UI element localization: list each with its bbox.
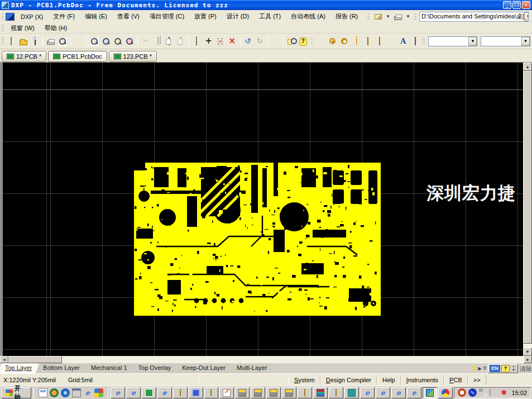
vertical-scrollbar[interactable]: ▲ ▼ [523, 63, 532, 356]
toolbar-grip[interactable] [2, 23, 4, 32]
task-button-11[interactable] [266, 387, 281, 398]
panel-button-more[interactable]: >> [468, 375, 486, 385]
task-button-5[interactable] [173, 387, 188, 398]
restore-icon[interactable]: ❐ [512, 1, 521, 9]
toolbar-grip[interactable] [2, 37, 4, 46]
task-button-17[interactable] [360, 387, 375, 398]
menu-reports[interactable]: 报告 (R) [330, 11, 363, 22]
place-fill-button[interactable] [362, 35, 373, 47]
pcb-canvas[interactable]: 深圳宏力捷 [0, 63, 523, 356]
task-button-20[interactable] [407, 387, 421, 398]
new-document-button[interactable] [6, 35, 17, 47]
ruler-dropdown-icon[interactable]: ▼ [385, 14, 391, 19]
menu-design[interactable]: 设计 (D) [222, 11, 254, 22]
place-pad-button[interactable] [327, 35, 338, 47]
save-button[interactable] [29, 35, 41, 47]
task-button-9[interactable] [235, 387, 250, 398]
start-button[interactable]: 开始 [1, 387, 31, 398]
bulb-icon[interactable] [490, 388, 491, 396]
place-string-button[interactable] [397, 35, 409, 47]
cut-button[interactable] [140, 35, 151, 47]
component-combobox[interactable]: ▼ [481, 36, 530, 46]
layer-tab-top[interactable]: Top Layer [0, 363, 39, 373]
layer-scroll-right-icon[interactable]: ▶ [478, 366, 481, 371]
ruler-tool-button[interactable] [372, 12, 384, 22]
menu-dxp[interactable]: DXP (X) [16, 12, 48, 22]
messenger-icon[interactable] [61, 388, 70, 397]
calculator-icon[interactable] [72, 388, 81, 397]
deselect-button[interactable] [214, 35, 226, 47]
place-line-button[interactable] [314, 35, 326, 47]
horizontal-scroll-thumb[interactable] [8, 356, 62, 363]
place-via-button[interactable] [338, 35, 350, 47]
help-button[interactable] [297, 35, 309, 47]
task-button-15[interactable] [329, 387, 343, 398]
scroll-left-icon[interactable]: ◄ [0, 356, 8, 363]
task-button-16[interactable] [344, 387, 359, 398]
minimize-icon[interactable]: _ [503, 1, 511, 9]
layer-tab-keepout[interactable]: Keep-Out Layer [175, 363, 233, 373]
vertical-scroll-thumb[interactable] [523, 71, 532, 344]
task-button-12[interactable] [282, 387, 296, 398]
zoom-clear-button[interactable] [124, 35, 136, 47]
task-button-14[interactable] [313, 387, 328, 398]
undo-button[interactable] [242, 35, 254, 47]
doc-tab-123pcb[interactable]: 123.PCB * [109, 51, 157, 62]
move-button[interactable] [203, 35, 214, 47]
find-similar-button[interactable] [285, 35, 297, 47]
menu-help[interactable]: 帮助 (H) [40, 22, 72, 34]
task-button-13[interactable] [298, 387, 312, 398]
place-component-button[interactable] [409, 35, 421, 47]
paste-button[interactable] [163, 35, 175, 47]
panel-button-system[interactable]: System [289, 375, 320, 385]
menu-file[interactable]: 文件 (F) [48, 11, 80, 22]
layer-color-dots-icon[interactable] [473, 365, 476, 372]
toolbar-grip[interactable] [414, 12, 416, 21]
open-button[interactable] [17, 35, 29, 47]
menu-tools[interactable]: 工具 (T) [254, 11, 286, 22]
place-arc-button[interactable] [350, 35, 362, 47]
component-combobox-dropdown-icon[interactable]: ▼ [521, 37, 530, 46]
show-desktop-icon[interactable] [39, 388, 47, 397]
language-help-icon[interactable]: ? [501, 365, 510, 372]
print-preview-button[interactable] [57, 35, 69, 47]
copy-button[interactable] [151, 35, 163, 47]
task-button-22[interactable] [438, 387, 453, 398]
task-button-8[interactable] [219, 387, 234, 398]
layer-tab-bottom[interactable]: Bottom Layer [36, 363, 87, 373]
scanner-icon[interactable] [500, 388, 509, 397]
toolbar-grip[interactable] [311, 37, 313, 46]
task-button-6[interactable] [189, 387, 203, 398]
menu-project[interactable]: 项目管理 (C) [145, 11, 189, 22]
internet-explorer-icon[interactable] [83, 388, 92, 397]
menu-view[interactable]: 查看 (V) [112, 11, 145, 22]
task-button-1[interactable] [111, 387, 125, 398]
scroll-up-icon[interactable]: ▲ [523, 63, 532, 71]
layers-button[interactable] [73, 35, 84, 47]
task-button-10[interactable] [251, 387, 265, 398]
zoom-area-button[interactable] [100, 35, 112, 47]
redo-button[interactable] [254, 35, 266, 47]
clear-filter-button[interactable] [226, 35, 238, 47]
network-icon[interactable] [479, 388, 487, 397]
pcb-artwork[interactable] [134, 163, 381, 316]
task-button-2[interactable] [126, 387, 141, 398]
zoom-selection-button[interactable] [112, 35, 123, 47]
menu-place[interactable]: 放置 (P) [189, 11, 222, 22]
audio-icon[interactable] [468, 388, 477, 397]
language-indicator[interactable]: EN [490, 365, 500, 372]
print-button[interactable] [45, 35, 56, 47]
task-button-19[interactable] [391, 387, 406, 398]
net-combobox[interactable]: ▼ [428, 36, 477, 46]
panel-button-help[interactable]: Help [377, 375, 401, 385]
toolbar-grip[interactable] [367, 12, 370, 21]
panel-button-pcb[interactable]: PCB [444, 375, 468, 385]
doc-tab-12pcb[interactable]: 12.PCB * [2, 51, 46, 62]
toolbar-grip[interactable] [2, 12, 4, 21]
menu-edit[interactable]: 编辑 (E) [80, 11, 112, 22]
horizontal-scrollbar[interactable]: ◄ ► [0, 356, 532, 363]
doc-tab-pcb1[interactable]: PCB1.PcbDoc [48, 51, 107, 62]
language-options-icon[interactable]: ▪▾ [511, 365, 516, 372]
place-array-button[interactable] [386, 35, 397, 47]
toolbar-grip[interactable] [423, 37, 425, 46]
